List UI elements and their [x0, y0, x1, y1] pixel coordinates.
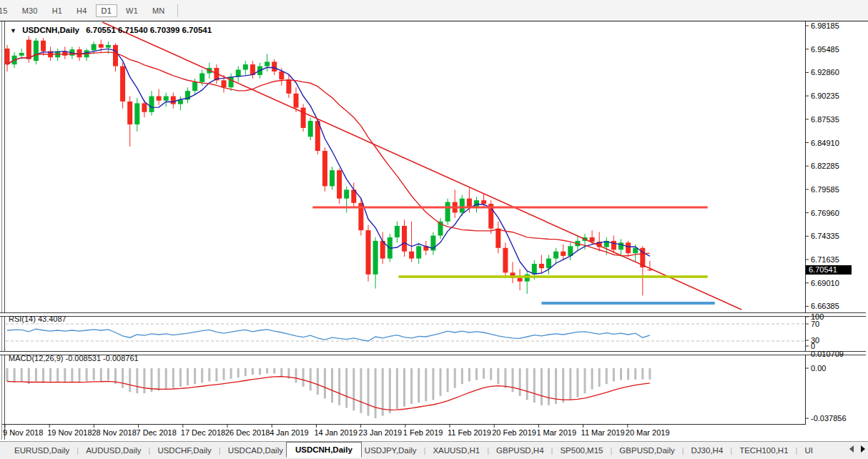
chart-dropdown-caret[interactable]: ▼ — [10, 27, 16, 34]
tab-separator: | — [551, 446, 553, 455]
price-axis-label: 6.74335 — [811, 232, 839, 240]
macd-axis-label: 0.010709 — [811, 350, 844, 358]
tab-tech100-h1[interactable]: TECH100,H1 — [736, 444, 791, 457]
rsi-axis-label: 0 — [811, 342, 815, 350]
tab-separator: | — [730, 446, 732, 455]
chart-title: ▼ USDCNH,Daily 6.70551 6.71540 6.70399 6… — [10, 26, 212, 34]
price-axis-label: 6.76960 — [811, 209, 839, 217]
tab-usdchf-daily[interactable]: USDCHF,Daily — [154, 444, 214, 457]
tab-eurusd-daily[interactable]: EURUSD,Daily — [11, 444, 72, 457]
tab-separator: | — [149, 446, 151, 455]
tab-separator: | — [424, 446, 426, 455]
price-axis-label: 6.87535 — [811, 115, 839, 124]
chart-symbol-label: USDCNH,Daily — [22, 26, 79, 34]
tab-gbpusd-daily[interactable]: GBPUSD,Daily — [616, 444, 677, 457]
tab-ui[interactable]: UI — [802, 444, 816, 457]
price-axis-label: 6.71635 — [811, 255, 839, 264]
tab-dj30-h4[interactable]: DJ30,H4 — [689, 444, 726, 457]
date-axis-label: 1 Feb 2019 — [403, 428, 443, 437]
rsi-label: RSI(14) 43.4087 — [9, 315, 66, 323]
tab-separator: | — [682, 446, 684, 455]
macd-axis-label: 0.00 — [811, 364, 826, 372]
price-axis-label: 6.69010 — [811, 279, 839, 287]
tab-usdjpy-daily[interactable]: USDJPY,Daily — [362, 444, 420, 457]
price-axis-label: 6.82285 — [811, 162, 839, 170]
tab-sp500-m15[interactable]: SP500,M15 — [557, 444, 606, 457]
chart-tabs: EURUSD,Daily|AUDUSD,Daily|USDCHF,Daily|U… — [11, 444, 816, 458]
tab-usdcad-daily[interactable]: USDCAD,Daily — [225, 444, 286, 457]
chart-canvas[interactable] — [0, 0, 868, 459]
date-axis-label: 17 Dec 2018 — [181, 428, 225, 437]
time-axis-border[interactable] — [2, 424, 806, 425]
tab-separator: | — [796, 446, 798, 455]
chart-ohlc-values: 6.70551 6.71540 6.70399 6.70541 — [86, 26, 212, 34]
current-price-badge: 6.70541 — [806, 265, 852, 275]
date-axis-label: 20 Mar 2019 — [626, 428, 670, 437]
price-axis-label: 6.66385 — [811, 302, 839, 310]
date-axis-label: 4 Jan 2019 — [270, 428, 308, 437]
tab-scroll-left-icon[interactable] — [849, 445, 854, 453]
tab-separator: | — [77, 446, 79, 455]
price-axis-label: 6.98185 — [811, 21, 839, 30]
macd-axis-label: -0.037856 — [811, 414, 847, 423]
price-axis-label: 6.92860 — [811, 68, 839, 76]
tab-usdcnh-daily[interactable]: USDCNH,Daily — [286, 442, 362, 458]
date-axis-label: 23 Jan 2019 — [359, 428, 403, 437]
chart-tab-bar: EURUSD,Daily|AUDUSD,Daily|USDCHF,Daily|U… — [0, 441, 868, 459]
date-axis-label: 11 Feb 2019 — [448, 428, 491, 437]
date-axis-label: 11 Mar 2019 — [581, 428, 625, 437]
rsi-axis-label: 70 — [811, 320, 819, 328]
mt4-window: 15M30H1H4D1W1MN ▼ USDCNH,Daily 6.70551 6… — [0, 0, 868, 459]
price-axis-label: 6.79585 — [811, 185, 839, 194]
date-axis-label: 9 Nov 2018 — [3, 428, 43, 437]
panel-splitter-price-rsi[interactable] — [0, 312, 866, 317]
tab-scroll-right-icon[interactable] — [861, 445, 865, 453]
date-axis-label: 14 Jan 2019 — [314, 428, 357, 437]
date-axis-label: 28 Nov 2018 — [92, 428, 136, 437]
tab-audusd-daily[interactable]: AUDUSD,Daily — [83, 444, 144, 457]
macd-label: MACD(12,26,9) -0.008531 -0.008761 — [9, 354, 139, 362]
tab-separator: | — [611, 446, 613, 455]
tab-separator: | — [487, 446, 489, 455]
tab-gbpusd-h4[interactable]: GBPUSD,H4 — [493, 444, 546, 457]
price-axis-label: 6.84910 — [811, 139, 839, 147]
date-axis-label: 19 Nov 2018 — [47, 428, 92, 437]
date-axis-label: 26 Dec 2018 — [225, 428, 270, 437]
date-axis-label: 7 Dec 2018 — [137, 428, 177, 437]
price-axis-border[interactable] — [805, 21, 806, 425]
price-axis-label: 6.95485 — [811, 45, 839, 54]
date-axis-label: 1 Mar 2019 — [536, 428, 576, 437]
date-axis-label: 20 Feb 2019 — [492, 428, 536, 437]
tab-scroll-arrows — [849, 445, 865, 453]
tab-xauusd-h1[interactable]: XAUUSD,H1 — [430, 444, 483, 457]
price-axis-label: 6.90235 — [811, 92, 839, 100]
tab-separator: | — [219, 446, 221, 455]
